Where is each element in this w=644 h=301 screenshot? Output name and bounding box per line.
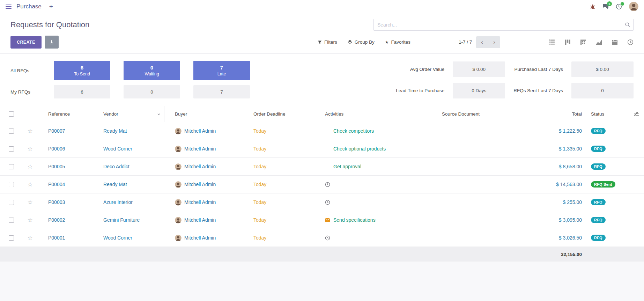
table-row[interactable]: ☆ P00006 Wood Corner Mitchell Admin Toda… <box>0 140 644 158</box>
activity-envelope-icon[interactable] <box>325 218 330 222</box>
stat-value-rfqs-sent-last-7-days[interactable]: 0 <box>571 83 634 98</box>
row-checkbox[interactable] <box>9 235 14 241</box>
calendar-view-button[interactable] <box>612 39 618 45</box>
kpi-late[interactable]: 7 Late <box>193 61 250 80</box>
create-button[interactable]: CREATE <box>10 36 42 49</box>
activities-icon[interactable] <box>616 3 622 10</box>
activity-clock-icon[interactable] <box>325 235 330 241</box>
buyer-link[interactable]: Mitchell Admin <box>184 146 216 152</box>
activity-clock-icon[interactable] <box>325 200 330 205</box>
table-row[interactable]: ☆ P00007 Ready Mat Mitchell Admin Today … <box>0 122 644 140</box>
activity-link[interactable]: Get approval <box>333 164 361 169</box>
activity-list-icon[interactable] <box>325 129 330 133</box>
activity-cell[interactable]: Check competitors <box>314 128 431 134</box>
activity-cell[interactable]: Check optional products <box>314 146 431 152</box>
vendor-link[interactable]: Deco Addict <box>103 164 129 169</box>
column-header-buyer[interactable]: Buyer <box>164 111 243 117</box>
favorite-star-icon[interactable]: ☆ <box>27 235 32 241</box>
column-header-total[interactable]: Total <box>531 111 590 117</box>
activity-clock-icon[interactable] <box>325 182 330 187</box>
vendor-link[interactable]: Ready Mat <box>103 182 127 187</box>
activity-cell[interactable] <box>314 235 431 241</box>
row-checkbox[interactable] <box>9 146 14 152</box>
favorite-star-icon[interactable]: ☆ <box>27 182 32 188</box>
messages-icon[interactable]: 5 <box>602 3 609 10</box>
activity-cell[interactable]: Send specifications <box>314 217 431 223</box>
reference-link[interactable]: P00003 <box>48 199 65 205</box>
vendor-link[interactable]: Wood Corner <box>103 235 132 241</box>
activity-cell[interactable] <box>314 200 431 205</box>
kanban-view-button[interactable] <box>564 39 571 45</box>
table-row[interactable]: ☆ P00001 Wood Corner Mitchell Admin Toda… <box>0 229 644 247</box>
buyer-link[interactable]: Mitchell Admin <box>184 164 216 169</box>
kpi-my-waiting[interactable]: 0 <box>124 85 180 98</box>
search-icon[interactable] <box>625 22 630 28</box>
kpi-to-send[interactable]: 6 To Send <box>54 61 110 80</box>
kpi-waiting[interactable]: 0 Waiting <box>124 61 180 80</box>
export-button[interactable] <box>45 36 59 49</box>
table-row[interactable]: ☆ P00005 Deco Addict Mitchell Admin Toda… <box>0 158 644 176</box>
activity-list-icon[interactable] <box>325 164 330 169</box>
column-header-order-deadline[interactable]: Order Deadline <box>243 111 314 117</box>
stat-value-purchased-last-7-days[interactable]: $ 0.00 <box>571 61 634 77</box>
favorite-star-icon[interactable]: ☆ <box>27 217 32 223</box>
plus-icon[interactable]: + <box>49 3 53 10</box>
column-header-vendor[interactable]: Vendor <box>93 106 164 122</box>
reference-link[interactable]: P00007 <box>48 128 65 134</box>
reference-link[interactable]: P00006 <box>48 146 65 152</box>
optional-columns-toggle[interactable] <box>629 111 644 117</box>
row-checkbox[interactable] <box>9 129 14 134</box>
favorite-star-icon[interactable]: ☆ <box>27 146 32 152</box>
activity-view-button[interactable] <box>627 39 634 45</box>
column-header-source-document[interactable]: Source Document <box>431 111 531 117</box>
row-checkbox[interactable] <box>9 182 14 187</box>
reference-link[interactable]: P00004 <box>48 182 65 187</box>
group-by-button[interactable]: Group By <box>348 39 375 45</box>
kpi-my-to-send[interactable]: 6 <box>54 85 110 98</box>
buyer-link[interactable]: Mitchell Admin <box>184 128 216 134</box>
activity-link[interactable]: Check competitors <box>333 128 374 134</box>
apps-menu-icon[interactable] <box>6 5 12 9</box>
activity-cell[interactable] <box>314 182 431 187</box>
pivot-view-button[interactable] <box>580 39 586 45</box>
vendor-link[interactable]: Wood Corner <box>103 146 132 152</box>
buyer-link[interactable]: Mitchell Admin <box>184 199 216 205</box>
column-header-reference[interactable]: Reference <box>38 111 93 117</box>
filters-button[interactable]: Filters <box>318 39 337 45</box>
reference-link[interactable]: P00002 <box>48 217 65 223</box>
search-input[interactable] <box>373 19 634 31</box>
graph-view-button[interactable] <box>596 39 602 45</box>
app-name[interactable]: Purchase <box>16 3 42 10</box>
buyer-link[interactable]: Mitchell Admin <box>184 217 216 223</box>
list-view-button[interactable] <box>548 39 555 45</box>
stat-value-lead-time-to-purchase[interactable]: 0 Days <box>453 83 505 98</box>
row-checkbox[interactable] <box>9 218 14 223</box>
pager-previous-button[interactable]: ‹ <box>476 36 488 48</box>
table-row[interactable]: ☆ P00003 Azure Interior Mitchell Admin T… <box>0 193 644 211</box>
favorite-star-icon[interactable]: ☆ <box>27 164 32 170</box>
buyer-link[interactable]: Mitchell Admin <box>184 235 216 241</box>
vendor-link[interactable]: Azure Interior <box>103 199 133 205</box>
select-all-checkbox[interactable] <box>9 111 14 117</box>
favorite-star-icon[interactable]: ☆ <box>27 128 32 134</box>
favorites-button[interactable]: ★ Favorites <box>385 39 410 45</box>
vendor-link[interactable]: Gemini Furniture <box>103 217 140 223</box>
reference-link[interactable]: P00001 <box>48 235 65 241</box>
activity-cell[interactable]: Get approval <box>314 164 431 169</box>
reference-link[interactable]: P00005 <box>48 164 65 169</box>
buyer-link[interactable]: Mitchell Admin <box>184 182 216 187</box>
stat-value-avg-order-value[interactable]: $ 0.00 <box>453 61 505 77</box>
column-header-status[interactable]: Status <box>590 111 629 117</box>
debug-bug-icon[interactable] <box>590 4 595 9</box>
column-header-activities[interactable]: Activities <box>314 111 431 117</box>
pager-next-button[interactable]: › <box>488 36 500 48</box>
activity-link[interactable]: Check optional products <box>333 146 386 152</box>
activity-list-icon[interactable] <box>325 147 330 151</box>
row-checkbox[interactable] <box>9 164 14 169</box>
activity-link[interactable]: Send specifications <box>333 217 376 223</box>
user-avatar[interactable] <box>629 2 638 11</box>
table-row[interactable]: ☆ P00002 Gemini Furniture Mitchell Admin… <box>0 211 644 229</box>
kpi-my-late[interactable]: 7 <box>193 85 250 98</box>
favorite-star-icon[interactable]: ☆ <box>27 199 32 205</box>
table-row[interactable]: ☆ P00004 Ready Mat Mitchell Admin Today … <box>0 176 644 193</box>
